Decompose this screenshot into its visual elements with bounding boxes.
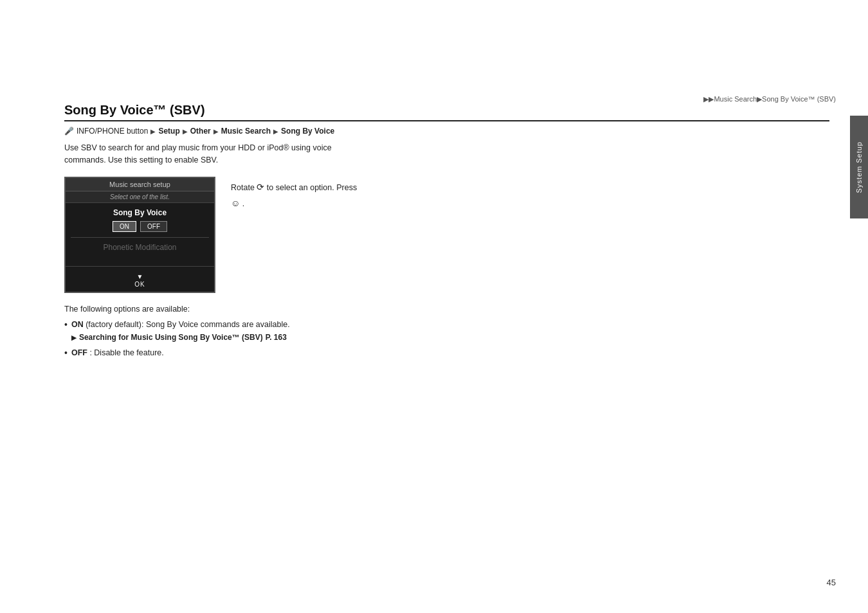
screen-toggle-row: ON OFF — [66, 220, 214, 237]
screen-title: Music search setup — [66, 178, 214, 191]
screen-disabled-item: Phonetic Modification — [66, 238, 214, 257]
title-divider — [64, 120, 829, 121]
nav-path: 🎤 INFO/PHONE button ▶ Setup ▶ Other ▶ Mu… — [64, 127, 829, 136]
option-on-description: (factory default): Song By Voice command… — [86, 320, 290, 329]
option-on-label: ON — [71, 320, 84, 329]
nav-music-search: Music Search — [221, 127, 271, 136]
link-arrow-icon: ▶ — [71, 333, 77, 342]
main-content: Song By Voice™ (SBV) 🎤 INFO/PHONE button… — [64, 103, 829, 562]
nav-arrow-2: ▶ — [183, 128, 188, 135]
screen-toggle-on[interactable]: ON — [113, 221, 136, 232]
screen-ok-button[interactable]: ▼ OK — [134, 273, 145, 288]
screen-menu-item: Song By Voice — [66, 203, 214, 220]
nav-setup: Setup — [158, 127, 179, 136]
press-knob-icon: ☺ — [231, 195, 240, 211]
options-list: • ON (factory default): Song By Voice co… — [64, 319, 829, 360]
press-period: . — [242, 199, 244, 208]
rotate-knob-icon: ⟳ — [257, 182, 264, 192]
sidebar-tab: System Setup — [850, 116, 868, 218]
screen-bottom: ▼ OK — [66, 266, 214, 292]
screen-ok-text: OK — [134, 281, 145, 288]
description-text: Use SBV to search for and play music fro… — [64, 142, 334, 166]
device-screen: Music search setup Select one of the lis… — [64, 177, 215, 293]
bullet-on: • — [64, 319, 68, 332]
screen-ok-arrow: ▼ — [137, 273, 143, 280]
nav-arrow-4: ▶ — [273, 128, 278, 135]
option-off-text: OFF : Disable the feature. — [71, 347, 164, 359]
option-off-description: : Disable the feature. — [89, 348, 163, 357]
sidebar-tab-label: System Setup — [855, 141, 863, 193]
option-on-link-text: Searching for Music Using Song By Voice™… — [79, 332, 263, 343]
option-off-label: OFF — [71, 348, 87, 357]
nav-song-by-voice: Song By Voice — [281, 127, 334, 136]
nav-infophone: INFO/PHONE button — [77, 127, 148, 136]
screen-toggle-off[interactable]: OFF — [140, 221, 167, 232]
microphone-icon: 🎤 — [64, 127, 74, 136]
screen-subtitle: Select one of the list. — [66, 191, 214, 203]
options-intro: The following options are available: — [64, 305, 829, 314]
rotate-text-line2: to select an option. Press — [267, 183, 357, 192]
nav-arrow-3: ▶ — [213, 128, 219, 135]
option-off: • OFF : Disable the feature. — [64, 347, 829, 360]
page-title: Song By Voice™ (SBV) — [64, 103, 829, 118]
option-on: • ON (factory default): Song By Voice co… — [64, 319, 829, 344]
option-on-link: ▶ Searching for Music Using Song By Voic… — [71, 332, 290, 343]
nav-other: Other — [190, 127, 211, 136]
rotate-instruction: Rotate ⟳ to select an option. Press ☺ . — [231, 177, 357, 211]
content-row: Music search setup Select one of the lis… — [64, 177, 829, 293]
bullet-off: • — [64, 347, 68, 360]
option-on-page: P. 163 — [266, 332, 287, 343]
rotate-text-line1: Rotate — [231, 183, 257, 192]
nav-arrow-1: ▶ — [150, 128, 156, 135]
option-on-text: ON (factory default): Song By Voice comm… — [71, 319, 290, 344]
page-number: 45 — [827, 578, 836, 587]
